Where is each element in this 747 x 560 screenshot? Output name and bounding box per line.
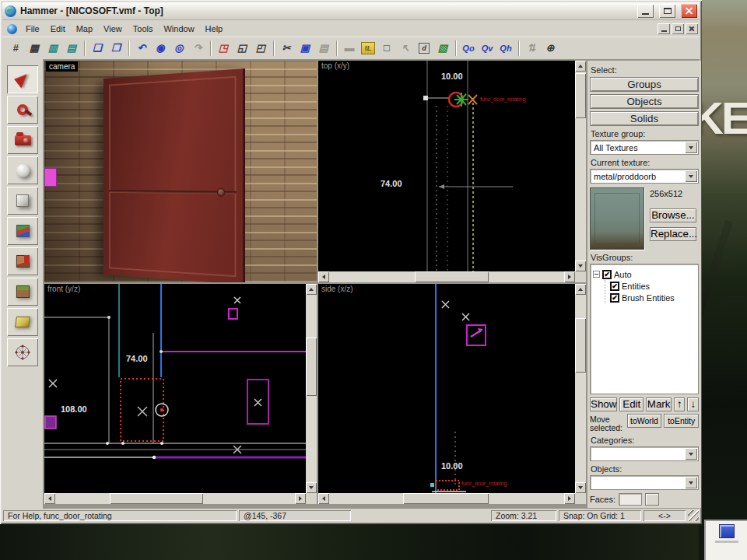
scroll-right-button[interactable]: [564, 271, 575, 282]
overlay-tool-button[interactable]: [7, 278, 38, 306]
scroll-thumb[interactable]: [575, 318, 586, 373]
clipping-tool-button[interactable]: [7, 308, 38, 336]
mdi-minimize-button[interactable]: [658, 23, 670, 34]
vertex-tool-button[interactable]: [7, 338, 38, 366]
scroll-right-button[interactable]: [295, 493, 306, 504]
select-groups-button[interactable]: Groups: [590, 77, 699, 92]
camera-viewport[interactable]: camera: [44, 61, 317, 282]
select-box-button[interactable]: □: [378, 40, 395, 57]
visgroup-world-button[interactable]: Qo: [460, 40, 477, 57]
visgroup-checkbox[interactable]: ✔: [610, 282, 619, 291]
selection-tool-button[interactable]: [7, 65, 38, 93]
objects-dropdown[interactable]: [590, 475, 699, 490]
to-world-button[interactable]: toWorld: [627, 414, 662, 428]
select-objects-button[interactable]: Objects: [590, 94, 699, 109]
minimize-button[interactable]: [637, 4, 654, 18]
mark-button[interactable]: Mark: [646, 397, 672, 411]
toggle-helpers-button[interactable]: ◎: [170, 40, 188, 57]
smaller-grid-button[interactable]: ▥: [44, 40, 61, 57]
scroll-left-button[interactable]: [318, 271, 329, 282]
redo-button[interactable]: ↷: [189, 40, 206, 57]
menu-window[interactable]: Window: [158, 23, 199, 35]
to-entity-button[interactable]: toEntity: [664, 414, 699, 428]
resize-grip[interactable]: [688, 510, 699, 521]
mdi-restore-button[interactable]: [672, 23, 684, 34]
run-map-button[interactable]: ⊕: [542, 40, 559, 57]
menu-edit[interactable]: Edit: [45, 23, 71, 35]
undo-button[interactable]: ↶: [133, 40, 150, 57]
scroll-up-button[interactable]: [575, 284, 586, 295]
categories-dropdown[interactable]: [590, 446, 699, 461]
texture-application-tool-button[interactable]: [7, 217, 38, 245]
front-viewport[interactable]: front (y/z) 74.00 108.00: [44, 284, 317, 504]
paste-button[interactable]: ▤: [315, 40, 332, 57]
scroll-thumb[interactable]: [110, 493, 203, 504]
toggle-3d-grid-button[interactable]: ▦: [26, 40, 43, 57]
toggle-grid-button[interactable]: #: [7, 40, 24, 57]
copy-button[interactable]: ▣: [296, 40, 314, 57]
texture-lock-button[interactable]: tL: [359, 40, 377, 57]
visgroup-item-entities[interactable]: ✔ Entities: [610, 280, 696, 292]
texture-group-dropdown[interactable]: All Textures: [590, 140, 699, 155]
current-texture-dropdown[interactable]: metal/proddoorb: [590, 169, 699, 184]
dropdown-button[interactable]: [685, 477, 697, 488]
load-window-state-button[interactable]: ❏: [89, 40, 106, 57]
menu-view[interactable]: View: [98, 23, 128, 35]
side-viewport-vscrollbar[interactable]: [575, 284, 586, 493]
scroll-thumb[interactable]: [403, 493, 489, 504]
edit-button[interactable]: Edit: [619, 397, 644, 411]
scroll-down-button[interactable]: [575, 482, 586, 493]
menu-tools[interactable]: Tools: [128, 23, 159, 35]
texture-application-button[interactable]: ▧: [434, 40, 451, 57]
collapse-icon[interactable]: [593, 271, 600, 278]
front-viewport-vscrollbar[interactable]: [306, 284, 317, 493]
title-bar[interactable]: Hammer - [NICOSOFT.vmf - Top]: [2, 2, 700, 20]
scroll-up-button[interactable]: [575, 61, 586, 72]
replace-button[interactable]: Replace...: [650, 227, 696, 241]
faces-input[interactable]: [619, 493, 642, 506]
visgroup-item-brush-entities[interactable]: ✔ Brush Entities: [610, 292, 696, 303]
top-viewport[interactable]: top (x/y) 10.00 74.00 func_door_rotating: [318, 61, 586, 282]
cut-button[interactable]: ✂: [278, 40, 295, 57]
side-viewport-hscrollbar[interactable]: [318, 493, 575, 504]
scroll-thumb[interactable]: [575, 73, 586, 118]
menu-help[interactable]: Help: [200, 23, 229, 35]
visgroup-checkbox[interactable]: ✔: [602, 270, 612, 279]
flip-button[interactable]: ⇅: [523, 40, 540, 57]
dropdown-button[interactable]: [685, 170, 697, 182]
select-solids-button[interactable]: Solids: [590, 111, 699, 126]
scroll-thumb[interactable]: [415, 271, 489, 282]
front-viewport-hscrollbar[interactable]: [44, 493, 306, 504]
visgroup-hide-button[interactable]: Qh: [497, 40, 514, 57]
close-button[interactable]: [681, 4, 697, 18]
scroll-thumb[interactable]: [306, 338, 317, 396]
magnify-tool-button[interactable]: [7, 96, 38, 124]
menu-map[interactable]: Map: [71, 23, 98, 35]
faces-button[interactable]: [645, 493, 659, 506]
scroll-down-button[interactable]: [575, 261, 586, 271]
ignore-groups-button[interactable]: ◳: [215, 40, 232, 57]
move-up-button[interactable]: ↑: [674, 397, 686, 411]
camera-tool-button[interactable]: [7, 126, 38, 154]
side-viewport[interactable]: side (x/z) 10.00 func_door_rotating: [318, 284, 586, 504]
maximize-button[interactable]: [659, 4, 675, 18]
show-button[interactable]: Show: [590, 397, 617, 411]
ungroup-button[interactable]: ◰: [252, 40, 269, 57]
dropdown-button[interactable]: [685, 448, 697, 460]
move-down-button[interactable]: ↓: [687, 397, 699, 411]
scroll-left-button[interactable]: [318, 493, 329, 504]
scroll-right-button[interactable]: [564, 493, 575, 504]
menu-file[interactable]: File: [20, 23, 45, 35]
mdi-close-button[interactable]: [686, 23, 698, 34]
save-window-state-button[interactable]: ❐: [107, 40, 124, 57]
visgroups-tree[interactable]: ✔ Auto ✔ Entities ✔ Brush Entities: [590, 264, 699, 394]
scroll-down-button[interactable]: [306, 482, 317, 493]
visgroup-view-button[interactable]: Qv: [479, 40, 496, 57]
top-viewport-vscrollbar[interactable]: [575, 61, 586, 271]
visgroup-checkbox[interactable]: ✔: [610, 293, 619, 303]
scroll-up-button[interactable]: [306, 284, 317, 295]
toggle-detail-button[interactable]: d: [416, 40, 433, 57]
larger-grid-button[interactable]: ▤: [63, 40, 80, 57]
entity-tool-button[interactable]: [7, 156, 38, 184]
background-window-fragment[interactable]: [704, 520, 747, 560]
